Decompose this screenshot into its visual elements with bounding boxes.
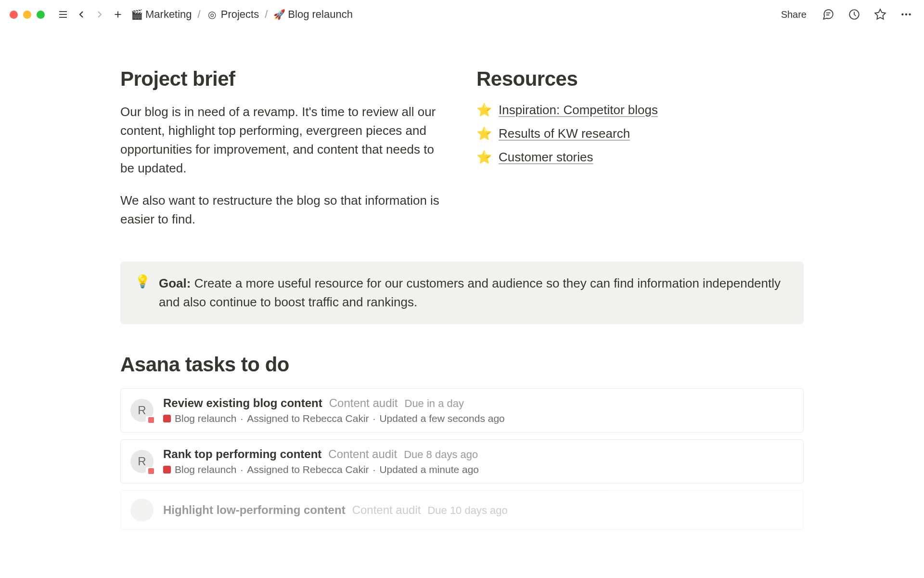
breadcrumb-item-marketing[interactable]: 🎬 Marketing xyxy=(129,7,194,22)
task-project: Blog relaunch xyxy=(175,413,236,424)
share-button[interactable]: Share xyxy=(777,7,810,22)
task-card[interactable]: R Rank top performing content Content au… xyxy=(120,439,804,484)
breadcrumb-label: Projects xyxy=(221,8,259,21)
resources-heading[interactable]: Resources xyxy=(476,67,804,91)
comments-button[interactable] xyxy=(820,6,836,23)
task-assignee: Assigned to Rebecca Cakir xyxy=(247,413,369,424)
task-assignee: Assigned to Rebecca Cakir xyxy=(247,464,369,475)
minimize-window-button[interactable] xyxy=(23,11,31,19)
page-content: Project brief Our blog is in need of a r… xyxy=(0,29,924,530)
close-window-button[interactable] xyxy=(10,11,18,19)
brief-paragraph-2[interactable]: We also want to restructure the blog so … xyxy=(120,191,448,229)
task-due: Due in a day xyxy=(405,397,464,410)
task-title: Rank top performing content xyxy=(163,447,321,461)
task-updated: Updated a few seconds ago xyxy=(379,413,504,424)
task-category: Content audit xyxy=(329,396,398,410)
svg-point-10 xyxy=(905,13,907,15)
task-card[interactable]: Highlight low-performing content Content… xyxy=(120,490,804,530)
asana-badge-icon xyxy=(146,467,156,475)
task-due: Due 8 days ago xyxy=(404,448,478,461)
star-icon: ⭐ xyxy=(476,150,492,165)
project-color-chip xyxy=(163,415,171,422)
svg-point-11 xyxy=(909,13,911,15)
nav-forward-button[interactable] xyxy=(92,7,107,22)
brief-paragraph-1[interactable]: Our blog is in need of a revamp. It's ti… xyxy=(120,103,448,178)
resource-link[interactable]: ⭐ Results of KW research xyxy=(476,126,804,141)
resources-column: Resources ⭐ Inspiration: Competitor blog… xyxy=(476,67,804,242)
project-brief-heading[interactable]: Project brief xyxy=(120,67,448,91)
breadcrumb-label: Marketing xyxy=(145,8,192,21)
updates-button[interactable] xyxy=(846,6,862,23)
breadcrumb-item-current[interactable]: 🚀 Blog relaunch xyxy=(271,7,355,22)
target-icon: ◎ xyxy=(206,9,218,20)
task-title: Highlight low-performing content xyxy=(163,503,346,517)
clapperboard-icon: 🎬 xyxy=(131,9,142,20)
task-avatar: R xyxy=(130,450,154,473)
breadcrumb-separator: / xyxy=(265,8,268,21)
star-icon: ⭐ xyxy=(476,103,492,118)
task-card[interactable]: R Review existing blog content Content a… xyxy=(120,388,804,433)
resource-link[interactable]: ⭐ Inspiration: Competitor blogs xyxy=(476,103,804,118)
task-avatar: R xyxy=(130,399,154,422)
svg-marker-8 xyxy=(875,9,886,19)
goal-callout[interactable]: 💡 Goal: Create a more useful resource fo… xyxy=(120,262,804,324)
rocket-icon: 🚀 xyxy=(273,9,285,20)
resource-link[interactable]: ⭐ Customer stories xyxy=(476,150,804,165)
project-color-chip xyxy=(163,466,171,473)
sidebar-toggle-button[interactable] xyxy=(56,7,70,22)
star-icon: ⭐ xyxy=(476,126,492,141)
breadcrumb-item-projects[interactable]: ◎ Projects xyxy=(205,7,261,22)
task-category: Content audit xyxy=(352,503,421,517)
asana-badge-icon xyxy=(146,416,156,424)
lightbulb-icon: 💡 xyxy=(135,274,150,312)
breadcrumb-separator: / xyxy=(198,8,201,21)
topbar: 🎬 Marketing / ◎ Projects / 🚀 Blog relaun… xyxy=(0,0,924,29)
svg-point-9 xyxy=(901,13,903,15)
breadcrumb-label: Blog relaunch xyxy=(288,8,353,21)
task-category: Content audit xyxy=(328,447,397,461)
asana-tasks-heading[interactable]: Asana tasks to do xyxy=(120,353,804,376)
maximize-window-button[interactable] xyxy=(37,11,45,19)
breadcrumb: 🎬 Marketing / ◎ Projects / 🚀 Blog relaun… xyxy=(129,7,355,22)
resource-label: Inspiration: Competitor blogs xyxy=(499,103,658,118)
task-title: Review existing blog content xyxy=(163,396,322,410)
resource-label: Customer stories xyxy=(499,150,593,165)
resource-label: Results of KW research xyxy=(499,126,630,141)
project-brief-column: Project brief Our blog is in need of a r… xyxy=(120,67,448,242)
nav-back-button[interactable] xyxy=(74,7,89,22)
task-updated: Updated a minute ago xyxy=(379,464,479,475)
topbar-right: Share xyxy=(777,6,914,23)
task-project: Blog relaunch xyxy=(175,464,236,475)
callout-text: Goal: Create a more useful resource for … xyxy=(159,274,789,312)
new-page-button[interactable] xyxy=(111,7,125,22)
task-due: Due 10 days ago xyxy=(427,504,507,517)
more-button[interactable] xyxy=(898,6,914,23)
window-controls xyxy=(10,11,45,19)
task-avatar xyxy=(130,499,154,522)
asana-tasks-section: Asana tasks to do R Review existing blog… xyxy=(120,353,804,530)
favorite-button[interactable] xyxy=(872,6,888,23)
